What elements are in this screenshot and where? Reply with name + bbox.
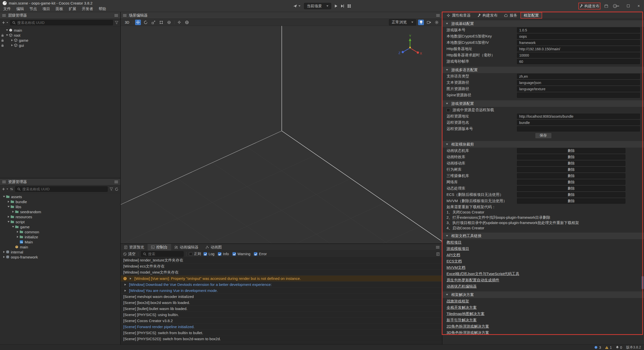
chevron-down-icon[interactable] <box>446 294 448 295</box>
preview-target-button[interactable] <box>293 4 301 8</box>
panel-options-icon[interactable] <box>114 14 118 17</box>
view-mode-select[interactable]: 正常浏览 <box>389 19 416 25</box>
panel-options-icon[interactable] <box>436 14 440 17</box>
doc-link[interactable]: 教程项目 <box>442 239 644 245</box>
doc-link[interactable]: 原生包热更新配置自动生成插件 <box>442 277 644 283</box>
assets-search-input[interactable] <box>22 187 105 191</box>
scale-tool-button[interactable] <box>151 20 156 25</box>
asset-item[interactable]: main <box>0 244 120 249</box>
scrollbar[interactable] <box>642 19 644 344</box>
log-row[interactable]: [Window] render_texture文件夹存在 <box>121 257 442 264</box>
clear-console-button[interactable]: 清空 <box>123 252 136 256</box>
tab-service[interactable]: 服务 <box>501 12 520 19</box>
log-row[interactable]: [Window] You are running Vue in developm… <box>121 288 442 294</box>
scene-camera-button[interactable] <box>426 20 432 25</box>
assets-filter-button[interactable] <box>110 188 113 191</box>
tab-inspector[interactable]: 属性检查器 <box>444 12 474 19</box>
solution-link[interactable]: 战旗游戏框架 <box>442 298 644 304</box>
console-tab[interactable]: 资源预览 <box>121 244 148 250</box>
tab-build[interactable]: 构建发布 <box>474 12 501 19</box>
coordinate-toggle-button[interactable] <box>184 20 190 25</box>
property-input[interactable] <box>517 53 640 58</box>
chevron-down-icon[interactable] <box>446 23 448 24</box>
log-row[interactable]: [Window] ecs文件夹存在 <box>121 264 442 270</box>
delete-button[interactable]: 删除 <box>568 186 575 191</box>
asset-item[interactable]: bundle <box>0 199 120 204</box>
section-header[interactable]: 框架解决方案 <box>442 291 644 298</box>
asset-item[interactable]: game <box>0 224 120 229</box>
doc-link[interactable]: API文档 <box>442 252 644 258</box>
lock-icon[interactable] <box>0 44 5 47</box>
section-header[interactable]: 框架文档工具链接 <box>442 233 644 239</box>
console-search-input[interactable] <box>148 252 181 256</box>
console-tab[interactable]: 动画图 <box>202 244 225 250</box>
close-button[interactable]: × <box>636 4 641 9</box>
chevron-right-icon[interactable] <box>130 278 131 280</box>
property-input[interactable] <box>517 40 640 45</box>
solution-link[interactable]: 全栈开发解决方案 <box>442 304 644 311</box>
section-header[interactable]: 游戏资源配置 <box>442 100 644 107</box>
scene-select[interactable]: 当前场景 <box>304 3 331 9</box>
log-row[interactable]: [Window] Download the Vue Devtools exten… <box>121 282 442 288</box>
delete-button[interactable]: 删除 <box>568 149 575 153</box>
doc-link[interactable]: MVVM文档 <box>442 264 644 271</box>
mode-3d-button[interactable]: 3D <box>123 20 131 24</box>
log-filter[interactable]: Error <box>254 252 267 256</box>
section-header[interactable]: 框架模块裁剪 <box>442 141 644 148</box>
log-row[interactable]: [Scene] [PHYSICS2D]: switch from box2d-w… <box>121 336 442 342</box>
property-input[interactable] <box>517 59 640 64</box>
property-input[interactable] <box>517 114 640 119</box>
menu-item[interactable]: 帮助 <box>96 6 109 12</box>
sort-assets-button[interactable] <box>10 188 13 191</box>
hierarchy-node[interactable]: gui <box>0 43 120 48</box>
play-button[interactable] <box>335 4 338 8</box>
move-tool-button[interactable] <box>135 20 141 25</box>
chevron-down-icon[interactable] <box>6 29 8 31</box>
notification-count[interactable]: 0 <box>616 345 622 349</box>
bundle-button[interactable] <box>605 4 608 8</box>
create-node-button[interactable] <box>2 21 8 24</box>
chevron-down-icon[interactable] <box>446 69 448 71</box>
delete-button[interactable]: 删除 <box>568 199 575 203</box>
property-input[interactable] <box>517 80 640 85</box>
menu-item[interactable]: 项目 <box>40 6 53 12</box>
solution-link[interactable]: 2D角色扮演游戏解决方案 <box>442 323 644 329</box>
log-filter[interactable]: Info <box>218 252 229 256</box>
scene-viewport[interactable]: Y X Z <box>121 26 442 243</box>
chevron-right-icon[interactable] <box>11 39 13 41</box>
maximize-button[interactable] <box>625 4 631 9</box>
doc-link[interactable]: 游戏模板项目 <box>442 245 644 252</box>
chevron-right-icon[interactable] <box>3 256 5 258</box>
asset-item[interactable]: assets <box>0 194 120 199</box>
log-row[interactable]: [Scene] meshopt wasm decoder initialized <box>121 294 442 300</box>
menu-item[interactable]: 开发者 <box>79 6 96 12</box>
chevron-down-icon[interactable] <box>6 34 8 36</box>
solution-link[interactable]: 3D角色扮演游戏解决方案 <box>442 329 644 336</box>
hierarchy-node[interactable]: root <box>0 33 120 38</box>
chevron-right-icon[interactable] <box>125 284 126 286</box>
scene-light-button[interactable] <box>418 20 424 25</box>
log-filter[interactable]: Log <box>204 252 214 256</box>
export-log-button[interactable] <box>436 252 439 256</box>
delete-button[interactable]: 删除 <box>568 193 575 197</box>
delete-button[interactable]: 删除 <box>568 167 575 172</box>
save-button[interactable]: 保存 <box>535 133 552 139</box>
hierarchy-node[interactable]: game <box>0 38 120 43</box>
delete-button[interactable]: 删除 <box>568 180 575 185</box>
lock-icon[interactable] <box>0 39 5 42</box>
property-input[interactable] <box>517 74 640 79</box>
chevron-down-icon[interactable] <box>446 235 448 237</box>
log-row[interactable]: [Scene] Forward render pipeline initiali… <box>121 324 442 330</box>
panel-options-icon[interactable] <box>114 181 118 183</box>
layout-button[interactable] <box>348 4 351 8</box>
chevron-right-icon[interactable] <box>3 251 5 253</box>
solution-link[interactable]: 新手引导解决方案 <box>442 317 644 323</box>
chevron-right-icon[interactable] <box>8 201 9 203</box>
doc-link[interactable]: ECS文档 <box>442 258 644 264</box>
chevron-down-icon[interactable] <box>446 144 448 145</box>
chevron-down-icon[interactable] <box>8 206 10 207</box>
panel-menu-icon[interactable] <box>2 14 6 17</box>
panel-options-icon[interactable] <box>436 246 439 249</box>
asset-item[interactable]: libs <box>0 204 120 209</box>
asset-item[interactable]: initialize <box>0 234 120 239</box>
